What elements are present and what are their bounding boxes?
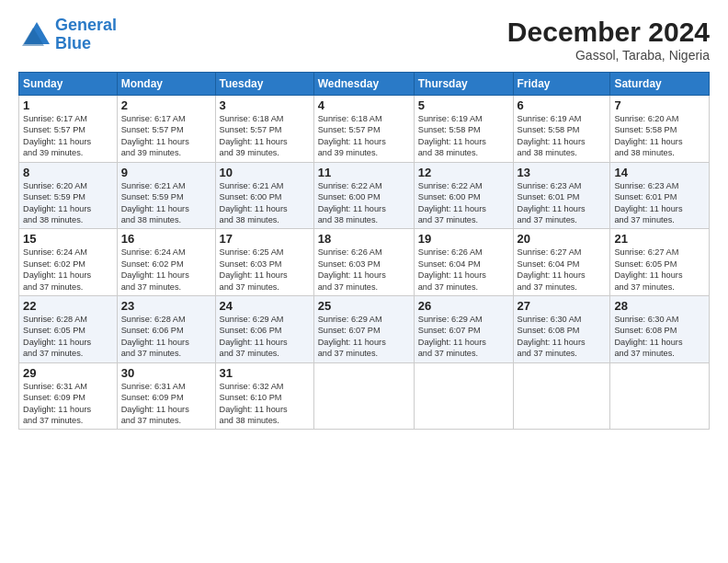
day-number: 28: [614, 299, 705, 313]
day-info: Sunrise: 6:30 AM Sunset: 6:08 PM Dayligh…: [518, 314, 607, 360]
day-info: Sunrise: 6:22 AM Sunset: 6:00 PM Dayligh…: [418, 180, 509, 226]
calendar-day-cell: [513, 362, 610, 430]
day-number: 22: [23, 299, 113, 313]
day-info: Sunrise: 6:29 AM Sunset: 6:07 PM Dayligh…: [318, 314, 410, 360]
header: General Blue December 2024 Gassol, Tarab…: [18, 17, 710, 63]
day-number: 19: [418, 232, 509, 246]
calendar-day-cell: 10Sunrise: 6:21 AM Sunset: 6:00 PM Dayli…: [215, 162, 313, 229]
calendar-day-header: Monday: [117, 73, 215, 96]
calendar-day-cell: [313, 362, 414, 430]
day-info: Sunrise: 6:28 AM Sunset: 6:05 PM Dayligh…: [23, 314, 113, 360]
day-info: Sunrise: 6:24 AM Sunset: 6:02 PM Dayligh…: [121, 247, 211, 293]
calendar-day-cell: 22Sunrise: 6:28 AM Sunset: 6:05 PM Dayli…: [19, 296, 118, 363]
logo-line2: Blue: [55, 34, 91, 52]
calendar-day-cell: 15Sunrise: 6:24 AM Sunset: 6:02 PM Dayli…: [19, 229, 118, 296]
day-number: 31: [220, 366, 310, 380]
day-info: Sunrise: 6:18 AM Sunset: 5:57 PM Dayligh…: [220, 113, 310, 159]
calendar-day-cell: 24Sunrise: 6:29 AM Sunset: 6:06 PM Dayli…: [215, 296, 313, 363]
calendar-day-header: Wednesday: [313, 73, 414, 96]
day-info: Sunrise: 6:28 AM Sunset: 6:06 PM Dayligh…: [121, 314, 211, 360]
calendar-day-header: Sunday: [19, 73, 118, 96]
calendar-day-cell: 31Sunrise: 6:32 AM Sunset: 6:10 PM Dayli…: [215, 362, 313, 430]
day-number: 9: [121, 166, 211, 179]
day-info: Sunrise: 6:25 AM Sunset: 6:03 PM Dayligh…: [220, 247, 310, 293]
calendar-day-cell: 5Sunrise: 6:19 AM Sunset: 5:58 PM Daylig…: [414, 96, 513, 163]
calendar-day-cell: [610, 362, 710, 430]
logo-text: General Blue: [55, 17, 117, 53]
day-number: 23: [121, 299, 211, 313]
calendar-day-cell: 9Sunrise: 6:21 AM Sunset: 5:59 PM Daylig…: [117, 162, 215, 229]
calendar-day-cell: 2Sunrise: 6:17 AM Sunset: 5:57 PM Daylig…: [117, 96, 215, 163]
calendar-week-row: 15Sunrise: 6:24 AM Sunset: 6:02 PM Dayli…: [19, 229, 710, 296]
day-number: 13: [518, 166, 607, 179]
calendar-day-cell: 8Sunrise: 6:20 AM Sunset: 5:59 PM Daylig…: [19, 162, 118, 229]
day-info: Sunrise: 6:29 AM Sunset: 6:06 PM Dayligh…: [220, 314, 310, 360]
day-number: 20: [518, 232, 607, 246]
calendar-day-cell: 29Sunrise: 6:31 AM Sunset: 6:09 PM Dayli…: [19, 362, 118, 430]
day-info: Sunrise: 6:31 AM Sunset: 6:09 PM Dayligh…: [121, 381, 211, 427]
day-number: 17: [220, 232, 310, 246]
logo: General Blue: [18, 17, 117, 53]
calendar-day-cell: 27Sunrise: 6:30 AM Sunset: 6:08 PM Dayli…: [513, 296, 610, 363]
calendar-day-header: Saturday: [610, 73, 710, 96]
calendar-week-row: 22Sunrise: 6:28 AM Sunset: 6:05 PM Dayli…: [19, 296, 710, 363]
calendar-week-row: 29Sunrise: 6:31 AM Sunset: 6:09 PM Dayli…: [19, 362, 710, 430]
day-number: 27: [518, 299, 607, 313]
calendar-day-cell: 11Sunrise: 6:22 AM Sunset: 6:00 PM Dayli…: [313, 162, 414, 229]
day-info: Sunrise: 6:26 AM Sunset: 6:03 PM Dayligh…: [318, 247, 410, 293]
day-number: 12: [418, 166, 509, 179]
calendar-day-cell: 6Sunrise: 6:19 AM Sunset: 5:58 PM Daylig…: [513, 96, 610, 163]
day-info: Sunrise: 6:20 AM Sunset: 5:58 PM Dayligh…: [614, 113, 705, 159]
calendar-day-cell: 4Sunrise: 6:18 AM Sunset: 5:57 PM Daylig…: [313, 96, 414, 163]
day-number: 14: [614, 166, 705, 179]
day-info: Sunrise: 6:21 AM Sunset: 5:59 PM Dayligh…: [121, 180, 211, 226]
day-number: 25: [318, 299, 410, 313]
day-info: Sunrise: 6:17 AM Sunset: 5:57 PM Dayligh…: [23, 113, 113, 159]
calendar-day-cell: 1Sunrise: 6:17 AM Sunset: 5:57 PM Daylig…: [19, 96, 118, 163]
day-number: 11: [318, 166, 410, 179]
day-number: 30: [121, 366, 211, 380]
calendar-subtitle: Gassol, Taraba, Nigeria: [507, 48, 710, 63]
day-info: Sunrise: 6:18 AM Sunset: 5:57 PM Dayligh…: [318, 113, 410, 159]
calendar-day-cell: 7Sunrise: 6:20 AM Sunset: 5:58 PM Daylig…: [610, 96, 710, 163]
day-info: Sunrise: 6:23 AM Sunset: 6:01 PM Dayligh…: [518, 180, 607, 226]
calendar-day-cell: [414, 362, 513, 430]
logo-line1: General: [55, 16, 117, 34]
day-info: Sunrise: 6:20 AM Sunset: 5:59 PM Dayligh…: [23, 180, 113, 226]
day-number: 8: [23, 166, 113, 179]
day-number: 4: [318, 98, 410, 112]
calendar-day-cell: 20Sunrise: 6:27 AM Sunset: 6:04 PM Dayli…: [513, 229, 610, 296]
calendar-day-cell: 3Sunrise: 6:18 AM Sunset: 5:57 PM Daylig…: [215, 96, 313, 163]
day-number: 26: [418, 299, 509, 313]
logo-icon: [18, 18, 51, 52]
day-info: Sunrise: 6:29 AM Sunset: 6:07 PM Dayligh…: [418, 314, 509, 360]
calendar-day-header: Thursday: [414, 73, 513, 96]
calendar-day-cell: 25Sunrise: 6:29 AM Sunset: 6:07 PM Dayli…: [313, 296, 414, 363]
day-info: Sunrise: 6:22 AM Sunset: 6:00 PM Dayligh…: [318, 180, 410, 226]
calendar-day-cell: 13Sunrise: 6:23 AM Sunset: 6:01 PM Dayli…: [513, 162, 610, 229]
calendar-week-row: 1Sunrise: 6:17 AM Sunset: 5:57 PM Daylig…: [19, 96, 710, 163]
day-info: Sunrise: 6:26 AM Sunset: 6:04 PM Dayligh…: [418, 247, 509, 293]
day-info: Sunrise: 6:17 AM Sunset: 5:57 PM Dayligh…: [121, 113, 211, 159]
page: General Blue December 2024 Gassol, Tarab…: [0, 0, 728, 563]
calendar-day-cell: 23Sunrise: 6:28 AM Sunset: 6:06 PM Dayli…: [117, 296, 215, 363]
calendar-day-header: Tuesday: [215, 73, 313, 96]
day-info: Sunrise: 6:19 AM Sunset: 5:58 PM Dayligh…: [518, 113, 607, 159]
calendar-day-cell: 28Sunrise: 6:30 AM Sunset: 6:08 PM Dayli…: [610, 296, 710, 363]
day-number: 24: [220, 299, 310, 313]
calendar-day-cell: 21Sunrise: 6:27 AM Sunset: 6:05 PM Dayli…: [610, 229, 710, 296]
day-info: Sunrise: 6:21 AM Sunset: 6:00 PM Dayligh…: [220, 180, 310, 226]
day-number: 1: [23, 98, 113, 112]
day-number: 29: [23, 366, 113, 380]
day-number: 18: [318, 232, 410, 246]
day-number: 16: [121, 232, 211, 246]
calendar-header-row: SundayMondayTuesdayWednesdayThursdayFrid…: [19, 73, 710, 96]
calendar-day-cell: 17Sunrise: 6:25 AM Sunset: 6:03 PM Dayli…: [215, 229, 313, 296]
day-info: Sunrise: 6:32 AM Sunset: 6:10 PM Dayligh…: [220, 381, 310, 427]
day-number: 10: [220, 166, 310, 179]
day-number: 21: [614, 232, 705, 246]
calendar-day-header: Friday: [513, 73, 610, 96]
day-number: 2: [121, 98, 211, 112]
calendar-day-cell: 30Sunrise: 6:31 AM Sunset: 6:09 PM Dayli…: [117, 362, 215, 430]
day-number: 3: [220, 98, 310, 112]
